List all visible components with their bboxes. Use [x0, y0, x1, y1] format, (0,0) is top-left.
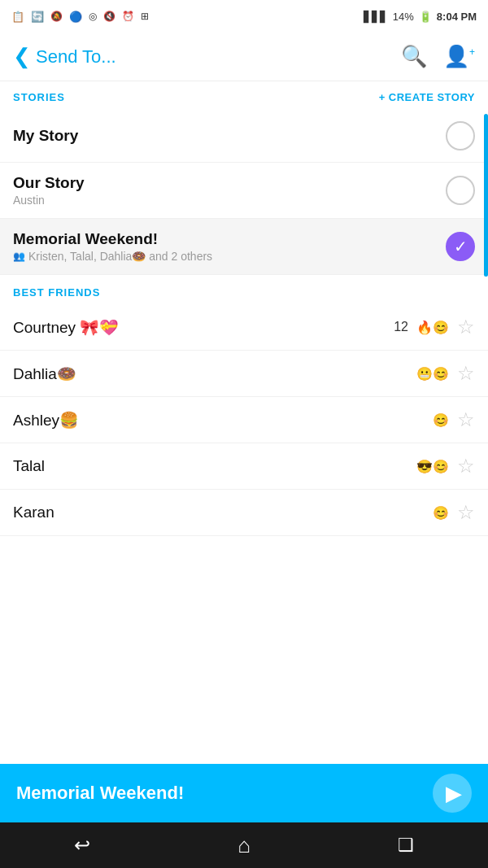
story-row-memorial[interactable]: Memorial Weekend! 👥 Kristen, Talal, Dahl…: [0, 219, 488, 275]
karan-emojis: 😊: [433, 505, 449, 521]
courtney-star[interactable]: ☆: [457, 316, 475, 338]
stories-label: STORIES: [13, 91, 65, 103]
story-row-our-story[interactable]: Our Story Austin: [0, 163, 488, 219]
status-icon-network: ⊞: [141, 11, 149, 22]
create-story-button[interactable]: + CREATE STORY: [379, 91, 475, 103]
time: 8:04 PM: [437, 11, 477, 23]
story-info-memorial: Memorial Weekend! 👥 Kristen, Talal, Dahl…: [13, 230, 212, 263]
dahlia-emojis: 😬😊: [416, 366, 449, 382]
story-info-our-story: Our Story Austin: [13, 174, 85, 207]
people-icon: 👥: [13, 251, 25, 262]
search-icon[interactable]: 🔍: [401, 44, 427, 69]
best-friends-section-header: BEST FRIENDS: [0, 275, 488, 304]
header-title[interactable]: Send To...: [36, 46, 116, 68]
friend-row-courtney[interactable]: Courtney 🎀💝 12 🔥😊 ☆: [0, 304, 488, 351]
my-story-title: My Story: [13, 127, 78, 145]
story-row-my-story[interactable]: My Story: [0, 110, 488, 163]
battery-percent: 14%: [393, 11, 414, 23]
status-icon-silent: 🔕: [50, 11, 63, 22]
status-icon-refresh: 🔄: [31, 11, 44, 23]
status-icon-dnd: ◎: [89, 11, 97, 22]
status-icon-alarm: ⏰: [122, 11, 134, 22]
memorial-checkbox[interactable]: ✓: [446, 232, 475, 261]
courtney-emojis: 🔥😊: [416, 320, 449, 335]
our-story-title: Our Story: [13, 174, 85, 192]
courtney-name: Courtney 🎀💝: [13, 318, 119, 337]
dahlia-right: 😬😊 ☆: [416, 362, 475, 385]
best-friends-label: BEST FRIENDS: [13, 286, 100, 299]
header-icons: 🔍 👤+: [401, 44, 475, 69]
our-story-subtitle: Austin: [13, 194, 85, 207]
status-bar-left: 📋 🔄 🔕 🔵 ◎ 🔇 ⏰ ⊞: [11, 11, 149, 23]
add-friend-icon[interactable]: 👤+: [443, 44, 475, 69]
karan-name: Karan: [13, 504, 54, 521]
status-icon-tablet: 📋: [11, 11, 24, 23]
ashley-emojis: 😊: [433, 412, 449, 428]
karan-star[interactable]: ☆: [457, 501, 475, 524]
ashley-right: 😊 ☆: [433, 408, 475, 431]
status-bar-right: ▋▋▋ 14% 🔋 8:04 PM: [364, 11, 477, 23]
talal-star[interactable]: ☆: [457, 455, 475, 478]
chevron-left-icon: ❮: [13, 44, 31, 69]
scroll-accent: [484, 114, 488, 277]
memorial-subtitle: 👥 Kristen, Talal, Dahlia🍩 and 2 others: [13, 250, 212, 263]
send-arrow-icon: ▶: [446, 781, 462, 806]
memorial-members: Kristen, Talal, Dahlia🍩 and 2 others: [28, 250, 212, 263]
talal-emojis: 😎😊: [416, 459, 449, 474]
nav-recents-icon[interactable]: ❑: [398, 835, 414, 856]
signal-bars: ▋▋▋: [364, 11, 388, 23]
bottom-action-bar[interactable]: Memorial Weekend! ▶: [0, 764, 488, 822]
send-button[interactable]: ▶: [433, 774, 472, 813]
talal-right: 😎😊 ☆: [416, 455, 475, 478]
bottom-bar-label: Memorial Weekend!: [16, 783, 184, 804]
karan-right: 😊 ☆: [433, 501, 475, 524]
my-story-checkbox[interactable]: [446, 121, 475, 150]
header: ❮ Send To... 🔍 👤+: [0, 33, 488, 81]
talal-name: Talal: [13, 457, 45, 475]
status-icon-mute: 🔇: [103, 11, 115, 22]
memorial-title: Memorial Weekend!: [13, 230, 212, 248]
status-icon-bluetooth: 🔵: [69, 11, 82, 23]
courtney-score: 12: [394, 320, 408, 334]
dahlia-star[interactable]: ☆: [457, 362, 475, 385]
friend-row-ashley[interactable]: Ashley🍔 😊 ☆: [0, 397, 488, 443]
dahlia-name: Dahlia🍩: [13, 364, 76, 383]
status-bar: 📋 🔄 🔕 🔵 ◎ 🔇 ⏰ ⊞ ▋▋▋ 14% 🔋 8:04 PM: [0, 0, 488, 33]
checkmark-icon: ✓: [454, 237, 468, 256]
friend-row-dahlia[interactable]: Dahlia🍩 😬😊 ☆: [0, 351, 488, 397]
story-info-my-story: My Story: [13, 127, 78, 145]
ashley-name: Ashley🍔: [13, 411, 79, 430]
header-back[interactable]: ❮ Send To...: [13, 44, 116, 69]
friend-row-talal[interactable]: Talal 😎😊 ☆: [0, 443, 488, 490]
our-story-checkbox[interactable]: [446, 176, 475, 205]
nav-back-icon[interactable]: ↩: [74, 834, 90, 857]
nav-home-icon[interactable]: ⌂: [237, 833, 251, 858]
battery-icon: 🔋: [419, 11, 432, 23]
nav-bar: ↩ ⌂ ❑: [0, 822, 488, 868]
stories-section-header: STORIES + CREATE STORY: [0, 81, 488, 110]
friend-row-karan[interactable]: Karan 😊 ☆: [0, 490, 488, 536]
ashley-star[interactable]: ☆: [457, 408, 475, 431]
courtney-right: 12 🔥😊 ☆: [394, 316, 475, 338]
